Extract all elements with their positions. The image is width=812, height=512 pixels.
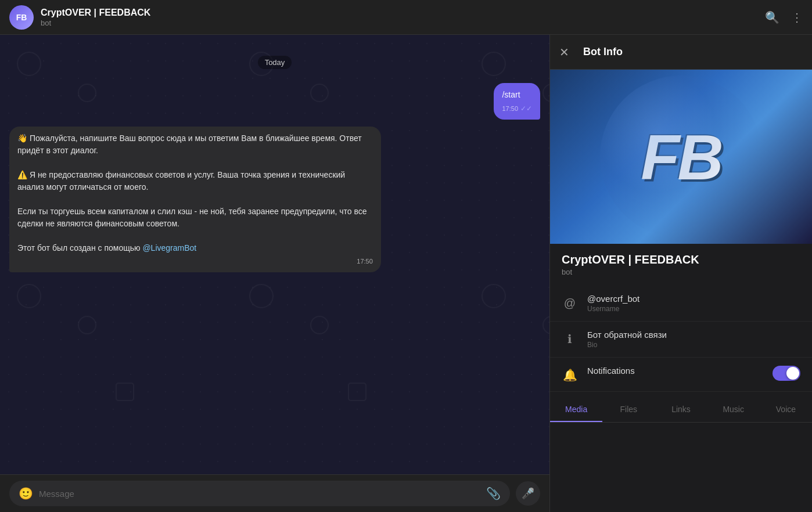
message-text-p3: Если ты торгуешь всем капиталом и слил к… <box>17 205 373 230</box>
header-left: FB CryptOVER | FEEDBACK bot <box>9 5 765 30</box>
toggle-knob <box>786 367 799 380</box>
tab-files[interactable]: Files <box>602 396 655 422</box>
bio-value: Бот обратной связи <box>587 330 800 340</box>
chat-subtitle: bot <box>41 19 150 27</box>
message-time: 17:50 <box>502 104 518 114</box>
notifications-toggle-area <box>773 366 800 381</box>
header-info: CryptOVER | FEEDBACK bot <box>41 8 150 27</box>
info-rows: @ @overcrf_bot Username ℹ Бот обратной с… <box>550 281 812 396</box>
chat-messages: Today /start 17:50 ✓✓ 👋 Пожалуйста, напи… <box>0 35 549 474</box>
message-input-area: 🙂 📎 🎤 <box>0 474 549 512</box>
mic-button[interactable]: 🎤 <box>516 481 540 506</box>
message-meta-received: 17:50 <box>17 257 373 266</box>
username-label: Username <box>587 305 800 313</box>
mic-icon: 🎤 <box>522 487 534 500</box>
read-checkmarks: ✓✓ <box>520 103 532 114</box>
at-icon: @ <box>562 295 578 311</box>
bot-avatar-large: FB <box>550 70 812 244</box>
bot-info-panel: ✕ Bot Info FB CryptOVER | FEEDBACK bot @… <box>549 35 812 512</box>
bot-info-header: ✕ Bot Info <box>550 35 812 70</box>
bot-name: CryptOVER | FEEDBACK <box>562 253 800 266</box>
username-value: @overcrf_bot <box>587 294 800 304</box>
message-meta: 17:50 ✓✓ <box>502 103 532 114</box>
message-text-p2: ⚠️ Я не предоставляю финансовых советов … <box>17 169 373 193</box>
bot-type: bot <box>562 268 800 276</box>
message-text-p4: Этот бот был создан с помощью @LivegramB… <box>17 242 373 254</box>
info-icon: ℹ <box>562 331 578 347</box>
tab-media[interactable]: Media <box>550 396 602 422</box>
message-input[interactable] <box>39 489 480 499</box>
avatar: FB <box>9 5 34 30</box>
notifications-row: 🔔 Notifications <box>550 358 812 392</box>
message-input-wrapper[interactable]: 🙂 📎 <box>9 481 510 506</box>
header-icons: 🔍 ⋮ <box>765 10 803 24</box>
bio-label: Bio <box>587 341 800 349</box>
message-bubble-received: 👋 Пожалуйста, напишите Ваш вопрос сюда и… <box>9 127 381 272</box>
bio-row: ℹ Бот обратной связи Bio <box>550 322 812 358</box>
media-tabs: Media Files Links Music Voice <box>550 396 812 423</box>
search-icon[interactable]: 🔍 <box>765 10 779 24</box>
message-bubble-sent: /start 17:50 ✓✓ <box>494 83 540 120</box>
message-text: /start <box>502 90 520 99</box>
bot-info-title: Bot Info <box>583 46 623 58</box>
bio-content: Бот обратной связи Bio <box>587 330 800 349</box>
chat-title: CryptOVER | FEEDBACK <box>41 8 150 18</box>
table-row: 👋 Пожалуйста, напишите Ваш вопрос сюда и… <box>9 127 540 272</box>
tab-links[interactable]: Links <box>655 396 707 422</box>
message-text-p1: 👋 Пожалуйста, напишите Ваш вопрос сюда и… <box>17 132 373 157</box>
attach-icon[interactable]: 📎 <box>486 486 501 500</box>
close-button[interactable]: ✕ <box>559 45 569 59</box>
username-content: @overcrf_bot Username <box>587 294 800 313</box>
emoji-icon[interactable]: 🙂 <box>19 486 33 500</box>
date-divider: Today <box>258 56 292 69</box>
globe-decoration <box>600 75 763 238</box>
tab-voice[interactable]: Voice <box>760 396 812 422</box>
message-time-received: 17:50 <box>357 257 373 266</box>
table-row: /start 17:50 ✓✓ <box>9 83 540 120</box>
username-row: @ @overcrf_bot Username <box>550 286 812 322</box>
chat-header: FB CryptOVER | FEEDBACK bot 🔍 ⋮ <box>0 0 812 35</box>
notifications-label: Notifications <box>587 366 763 376</box>
more-icon[interactable]: ⋮ <box>791 10 803 24</box>
tab-music[interactable]: Music <box>707 396 760 422</box>
notifications-content: Notifications <box>587 366 763 376</box>
bot-name-section: CryptOVER | FEEDBACK bot <box>550 244 812 281</box>
bell-icon: 🔔 <box>562 367 578 383</box>
chat-area: Today /start 17:50 ✓✓ 👋 Пожалуйста, напи… <box>0 35 549 512</box>
main-content: Today /start 17:50 ✓✓ 👋 Пожалуйста, напи… <box>0 35 812 512</box>
notifications-toggle[interactable] <box>773 366 800 381</box>
livegram-link[interactable]: @LivegramBot <box>142 243 196 253</box>
